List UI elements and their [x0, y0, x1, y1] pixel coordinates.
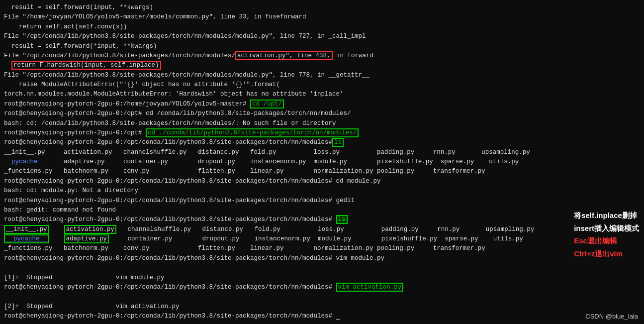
line-16: __init__.py activation.py channelshuffle…	[4, 148, 640, 157]
terminal: result = self.forward(input, **kwargs) F…	[0, 0, 644, 324]
line-2: File "/home/jovyan/YOLO5/yolov5-master/m…	[4, 12, 640, 22]
line-27: root@chenyaqiong-pytorch-2gpu-0:/opt/con…	[4, 254, 640, 263]
line-28	[4, 263, 640, 273]
line-9: raise ModuleAttributeError("'{}' object …	[4, 80, 640, 90]
line-26: _functions.py batchnorm.py conv.py flatt…	[4, 244, 640, 253]
line-13: bash: cd: /conda/lib/python3.8/site-pack…	[4, 119, 640, 128]
line-30: root@chenyaqiong-pytorch-2gpu-0:/opt/con…	[4, 283, 640, 292]
ann-line-1: 将self.inplace删掉	[574, 209, 639, 222]
line-29: [1]+ Stopped vim module.py	[4, 273, 640, 283]
line-18: _functions.py batchnorm.py conv.py flatt…	[4, 167, 640, 176]
line-31	[4, 292, 640, 302]
annotation-block: 将self.inplace删掉 insert插入编辑模式 Esc退出编辑 Ctr…	[574, 209, 639, 260]
line-11: root@chenyaqiong-pytorch-2gpu-0:/home/jo…	[4, 100, 640, 109]
line-23: root@chenyaqiong-pytorch-2gpu-0:/opt/con…	[4, 215, 640, 224]
line-12: root@chenyaqiong-pytorch-2gpu-0:/opt# cd…	[4, 109, 640, 118]
csdn-label: CSDN @blue_lala	[585, 313, 638, 320]
line-3: return self.act(self.conv(x))	[4, 22, 640, 32]
line-10: torch.nn.modules.module.ModuleAttributeE…	[4, 90, 640, 99]
line-17: __pycache__ adaptive.py container.py dro…	[4, 157, 640, 167]
line-14: root@chenyaqiong-pytorch-2gpu-0:/opt# cd…	[4, 128, 640, 138]
line-32: [2]+ Stopped vim activation.py	[4, 302, 640, 312]
line-5: result = self.forward(*input, **kwargs)	[4, 42, 640, 51]
line-19: root@chenyaqiong-pytorch-2gpu-0:/opt/con…	[4, 177, 640, 186]
ann-line-2: insert插入编辑模式	[574, 222, 639, 235]
line-33: root@chenyaqiong-pytorch-2gpu-0:/opt/con…	[4, 312, 640, 321]
line-8: File "/opt/conda/lib/python3.8/site-pack…	[4, 71, 640, 80]
line-7: return F.hardswish(input, self.inplace)	[4, 61, 640, 70]
line-15: root@chenyaqiong-pytorch-2gpu-0:/opt/con…	[4, 138, 640, 147]
line-4: File "/opt/conda/lib/python3.8/site-pack…	[4, 32, 640, 41]
line-6: File "/opt/conda/lib/python3.8/site-pack…	[4, 51, 640, 61]
ann-line-3: Esc退出编辑	[574, 234, 639, 247]
line-24: __init__.py activation.py channelshuffle…	[4, 225, 640, 234]
line-20: bash: cd: module.py: Not a directory	[4, 186, 640, 196]
line-21: root@chenyaqiong-pytorch-2gpu-0:/opt/con…	[4, 196, 640, 206]
ann-line-4: Ctrl+z退出vim	[574, 247, 639, 260]
line-22: bash: gedit: command not found	[4, 206, 640, 215]
line-25: __pycache__ adaptive.py container.py dro…	[4, 234, 640, 244]
line-1: result = self.forward(input, **kwargs)	[4, 3, 640, 12]
